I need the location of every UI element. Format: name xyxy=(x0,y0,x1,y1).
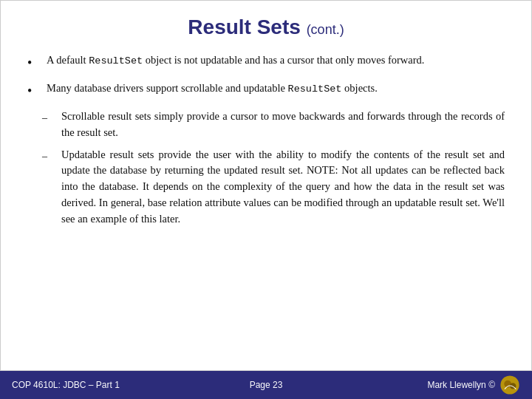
dash-symbol-1: – xyxy=(42,110,52,126)
bullet-text-1: A default ResultSet object is not updata… xyxy=(47,52,505,69)
sub-bullet-2: – Updatable result sets provide the user… xyxy=(42,147,505,228)
sub-text-1: Scrollable result sets simply provide a … xyxy=(61,109,505,141)
title-text: Result Sets xyxy=(188,16,301,38)
sub-bullet-1: – Scrollable result sets simply provide … xyxy=(42,109,505,141)
logo-icon xyxy=(499,375,520,395)
code-resultset-1: ResultSet xyxy=(89,55,143,66)
slide-content: • A default ResultSet object is not upda… xyxy=(27,52,505,363)
slide-container: Result Sets (cont.) • A default ResultSe… xyxy=(0,0,532,371)
slide-title: Result Sets (cont.) xyxy=(27,16,505,39)
footer-center: Page 23 xyxy=(181,380,350,390)
title-cont: (cont.) xyxy=(307,22,344,37)
code-resultset-2: ResultSet xyxy=(288,83,342,95)
bullet-item-2: • Many database drivers support scrollab… xyxy=(27,81,505,101)
footer-left: COP 4610L: JDBC – Part 1 xyxy=(12,380,181,390)
slide-footer: COP 4610L: JDBC – Part 1 Page 23 Mark Ll… xyxy=(0,371,532,399)
bullet-text-2: Many database drivers support scrollable… xyxy=(47,81,505,97)
bullet-item-1: • A default ResultSet object is not upda… xyxy=(27,52,505,73)
dash-symbol-2: – xyxy=(42,149,52,164)
bullet-symbol-1: • xyxy=(27,53,38,73)
footer-right-text: Mark Llewellyn © xyxy=(427,380,495,390)
sub-text-2: Updatable result sets provide the user w… xyxy=(61,147,505,228)
footer-right: Mark Llewellyn © xyxy=(351,375,520,395)
bullet-symbol-2: • xyxy=(27,81,38,101)
sub-items: – Scrollable result sets simply provide … xyxy=(42,109,505,227)
